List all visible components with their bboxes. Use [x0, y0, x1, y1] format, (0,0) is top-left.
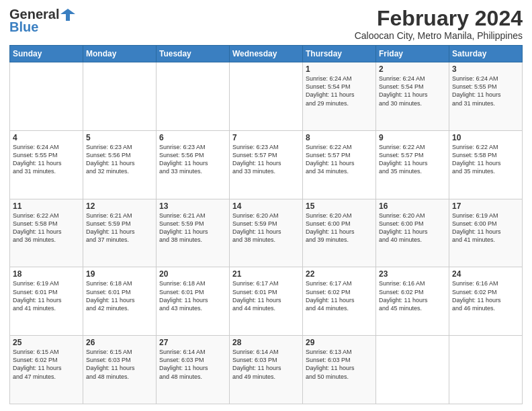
- calendar-day-header: Sunday: [10, 46, 83, 62]
- calendar-day-header: Wednesday: [230, 46, 303, 62]
- day-number: 28: [232, 338, 300, 347]
- day-info: Sunrise: 6:20 AM Sunset: 6:00 PM Dayligh…: [379, 212, 446, 244]
- day-info: Sunrise: 6:17 AM Sunset: 6:01 PM Dayligh…: [232, 279, 300, 312]
- calendar-cell: 8Sunrise: 6:22 AM Sunset: 5:57 PM Daylig…: [303, 130, 376, 199]
- day-info: Sunrise: 6:24 AM Sunset: 5:54 PM Dayligh…: [306, 75, 373, 107]
- day-info: Sunrise: 6:16 AM Sunset: 6:02 PM Dayligh…: [379, 279, 446, 312]
- day-info: Sunrise: 6:15 AM Sunset: 6:02 PM Dayligh…: [13, 348, 80, 381]
- calendar-week-row: 11Sunrise: 6:22 AM Sunset: 5:58 PM Dayli…: [10, 199, 523, 267]
- subtitle: Caloocan City, Metro Manila, Philippines: [355, 30, 523, 41]
- day-number: 2: [379, 64, 446, 74]
- calendar-cell: 3Sunrise: 6:24 AM Sunset: 5:55 PM Daylig…: [449, 62, 523, 131]
- calendar-cell: 16Sunrise: 6:20 AM Sunset: 6:00 PM Dayli…: [376, 199, 449, 267]
- day-number: 9: [379, 133, 446, 142]
- day-info: Sunrise: 6:21 AM Sunset: 5:59 PM Dayligh…: [159, 212, 226, 244]
- day-number: 27: [159, 338, 226, 347]
- calendar-cell: 15Sunrise: 6:20 AM Sunset: 6:00 PM Dayli…: [303, 199, 376, 267]
- calendar-cell: 24Sunrise: 6:16 AM Sunset: 6:02 PM Dayli…: [449, 267, 523, 336]
- logo-blue: Blue: [9, 19, 38, 35]
- day-info: Sunrise: 6:24 AM Sunset: 5:55 PM Dayligh…: [13, 143, 80, 176]
- day-info: Sunrise: 6:20 AM Sunset: 5:59 PM Dayligh…: [232, 212, 300, 244]
- calendar-cell: 19Sunrise: 6:18 AM Sunset: 6:01 PM Dayli…: [83, 267, 157, 336]
- day-info: Sunrise: 6:19 AM Sunset: 6:00 PM Dayligh…: [452, 212, 519, 244]
- day-number: 18: [13, 269, 80, 279]
- day-number: 24: [452, 269, 519, 279]
- day-number: 6: [159, 133, 226, 142]
- calendar-cell: [83, 62, 157, 131]
- calendar-day-header: Friday: [376, 46, 449, 62]
- day-number: 3: [452, 64, 519, 74]
- calendar-cell: 28Sunrise: 6:14 AM Sunset: 6:03 PM Dayli…: [230, 336, 303, 404]
- day-info: Sunrise: 6:22 AM Sunset: 5:57 PM Dayligh…: [379, 143, 446, 176]
- day-info: Sunrise: 6:19 AM Sunset: 6:01 PM Dayligh…: [13, 279, 80, 312]
- calendar-cell: 12Sunrise: 6:21 AM Sunset: 5:59 PM Dayli…: [83, 199, 157, 267]
- day-info: Sunrise: 6:16 AM Sunset: 6:02 PM Dayligh…: [452, 279, 519, 312]
- calendar-cell: 17Sunrise: 6:19 AM Sunset: 6:00 PM Dayli…: [449, 199, 523, 267]
- calendar-cell: [157, 62, 230, 131]
- calendar-cell: 22Sunrise: 6:17 AM Sunset: 6:02 PM Dayli…: [303, 267, 376, 336]
- day-number: 21: [232, 269, 300, 279]
- day-number: 20: [159, 269, 226, 279]
- logo: General Blue: [9, 7, 75, 35]
- calendar-cell: 1Sunrise: 6:24 AM Sunset: 5:54 PM Daylig…: [303, 62, 376, 131]
- calendar-week-row: 4Sunrise: 6:24 AM Sunset: 5:55 PM Daylig…: [10, 130, 523, 199]
- day-info: Sunrise: 6:23 AM Sunset: 5:56 PM Dayligh…: [159, 143, 226, 176]
- day-number: 8: [306, 133, 373, 142]
- day-info: Sunrise: 6:18 AM Sunset: 6:01 PM Dayligh…: [159, 279, 226, 312]
- day-number: 7: [232, 133, 300, 142]
- calendar-day-header: Saturday: [449, 46, 523, 62]
- calendar-cell: 11Sunrise: 6:22 AM Sunset: 5:58 PM Dayli…: [10, 199, 83, 267]
- day-number: 29: [306, 338, 373, 347]
- calendar-cell: 18Sunrise: 6:19 AM Sunset: 6:01 PM Dayli…: [10, 267, 83, 336]
- calendar-week-row: 1Sunrise: 6:24 AM Sunset: 5:54 PM Daylig…: [10, 62, 523, 131]
- day-number: 12: [86, 201, 153, 211]
- calendar-cell: 9Sunrise: 6:22 AM Sunset: 5:57 PM Daylig…: [376, 130, 449, 199]
- day-number: 11: [13, 201, 80, 211]
- title-block: February 2024 Caloocan City, Metro Manil…: [355, 7, 523, 41]
- calendar-cell: 5Sunrise: 6:23 AM Sunset: 5:56 PM Daylig…: [83, 130, 157, 199]
- day-number: 5: [86, 133, 153, 142]
- calendar-cell: [376, 336, 449, 404]
- day-number: 1: [306, 64, 373, 74]
- day-info: Sunrise: 6:15 AM Sunset: 6:03 PM Dayligh…: [86, 348, 153, 381]
- calendar-week-row: 25Sunrise: 6:15 AM Sunset: 6:02 PM Dayli…: [10, 336, 523, 404]
- calendar-table: SundayMondayTuesdayWednesdayThursdayFrid…: [9, 45, 523, 404]
- calendar-cell: 2Sunrise: 6:24 AM Sunset: 5:54 PM Daylig…: [376, 62, 449, 131]
- day-info: Sunrise: 6:22 AM Sunset: 5:58 PM Dayligh…: [13, 212, 80, 244]
- day-info: Sunrise: 6:24 AM Sunset: 5:55 PM Dayligh…: [452, 75, 519, 107]
- day-info: Sunrise: 6:21 AM Sunset: 5:59 PM Dayligh…: [86, 212, 153, 244]
- day-number: 15: [306, 201, 373, 211]
- svg-marker-0: [60, 9, 75, 21]
- day-number: 23: [379, 269, 446, 279]
- day-number: 4: [13, 133, 80, 142]
- calendar-cell: 6Sunrise: 6:23 AM Sunset: 5:56 PM Daylig…: [157, 130, 230, 199]
- calendar-header-row: SundayMondayTuesdayWednesdayThursdayFrid…: [10, 46, 523, 62]
- day-number: 14: [232, 201, 300, 211]
- calendar-cell: 14Sunrise: 6:20 AM Sunset: 5:59 PM Dayli…: [230, 199, 303, 267]
- day-info: Sunrise: 6:17 AM Sunset: 6:02 PM Dayligh…: [306, 279, 373, 312]
- calendar-cell: [449, 336, 523, 404]
- day-number: 13: [159, 201, 226, 211]
- logo-bird-icon: [60, 7, 75, 22]
- calendar-day-header: Monday: [83, 46, 157, 62]
- day-info: Sunrise: 6:20 AM Sunset: 6:00 PM Dayligh…: [306, 212, 373, 244]
- day-info: Sunrise: 6:23 AM Sunset: 5:57 PM Dayligh…: [232, 143, 300, 176]
- day-info: Sunrise: 6:14 AM Sunset: 6:03 PM Dayligh…: [159, 348, 226, 381]
- day-info: Sunrise: 6:22 AM Sunset: 5:57 PM Dayligh…: [306, 143, 373, 176]
- day-info: Sunrise: 6:24 AM Sunset: 5:54 PM Dayligh…: [379, 75, 446, 107]
- calendar-cell: 13Sunrise: 6:21 AM Sunset: 5:59 PM Dayli…: [157, 199, 230, 267]
- header: General Blue February 2024 Caloocan City…: [9, 7, 523, 41]
- calendar-cell: 23Sunrise: 6:16 AM Sunset: 6:02 PM Dayli…: [376, 267, 449, 336]
- calendar-cell: [230, 62, 303, 131]
- calendar-cell: 7Sunrise: 6:23 AM Sunset: 5:57 PM Daylig…: [230, 130, 303, 199]
- day-number: 17: [452, 201, 519, 211]
- calendar-cell: 26Sunrise: 6:15 AM Sunset: 6:03 PM Dayli…: [83, 336, 157, 404]
- day-number: 16: [379, 201, 446, 211]
- calendar-cell: 10Sunrise: 6:22 AM Sunset: 5:58 PM Dayli…: [449, 130, 523, 199]
- calendar-week-row: 18Sunrise: 6:19 AM Sunset: 6:01 PM Dayli…: [10, 267, 523, 336]
- calendar-day-header: Tuesday: [157, 46, 230, 62]
- calendar-cell: 29Sunrise: 6:13 AM Sunset: 6:03 PM Dayli…: [303, 336, 376, 404]
- calendar-cell: 21Sunrise: 6:17 AM Sunset: 6:01 PM Dayli…: [230, 267, 303, 336]
- day-number: 10: [452, 133, 519, 142]
- day-info: Sunrise: 6:18 AM Sunset: 6:01 PM Dayligh…: [86, 279, 153, 312]
